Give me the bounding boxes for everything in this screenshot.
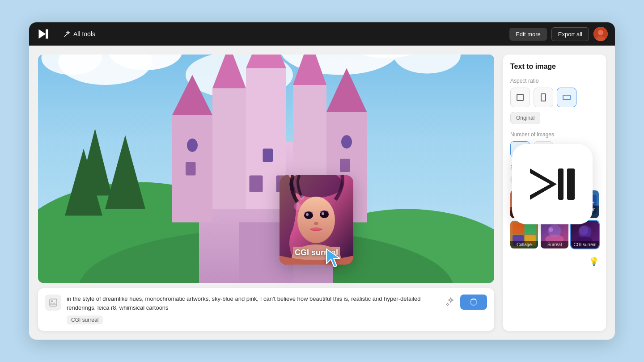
svg-rect-61 — [513, 223, 524, 234]
prompt-tag[interactable]: CGI surreal — [67, 316, 103, 324]
svg-point-78 — [306, 213, 309, 216]
num-images-label: Number of images — [510, 131, 599, 138]
prompt-actions — [446, 295, 487, 310]
loading-spinner — [470, 299, 477, 306]
style-collage-label: Collage — [510, 241, 538, 248]
style-cgisurreal[interactable]: CGI surreal — [571, 221, 599, 248]
main-content: in the style of dreamlike hues, monochro… — [29, 46, 615, 340]
svg-marker-0 — [39, 29, 46, 39]
panel-title: Text to image — [510, 63, 599, 71]
magic-enhance-button[interactable] — [446, 297, 456, 308]
aspect-landscape-button[interactable] — [557, 88, 576, 107]
lightbulb-icon[interactable]: 💡 — [589, 257, 599, 266]
app-window: All tools Edit more Export all — [29, 22, 615, 340]
svg-point-80 — [314, 222, 318, 225]
svg-rect-47 — [517, 94, 523, 101]
capcut-big-logo — [525, 164, 579, 204]
capcut-logo-popup — [512, 144, 593, 224]
canvas-image — [38, 55, 494, 283]
capcut-logo — [36, 27, 51, 41]
style-surreal[interactable]: Surreal — [541, 221, 568, 248]
all-tools-label[interactable]: All tools — [64, 30, 95, 38]
style-surreal-label: Surreal — [541, 241, 568, 248]
svg-point-83 — [300, 195, 304, 200]
prompt-text: in the style of dreamlike hues, monochro… — [67, 295, 441, 312]
landscape-icon — [563, 93, 571, 101]
svg-rect-85 — [567, 168, 575, 200]
avatar[interactable] — [593, 27, 608, 41]
style-cgisurreal-label: CGI surreal — [571, 241, 599, 248]
svg-rect-38 — [186, 162, 196, 176]
canvas-area: in the style of dreamlike hues, monochro… — [38, 55, 494, 331]
export-all-button[interactable]: Export all — [551, 27, 589, 41]
svg-rect-35 — [250, 176, 263, 193]
cursor-pointer — [324, 247, 344, 271]
tools-text: All tools — [73, 30, 95, 38]
square-icon — [516, 93, 524, 101]
svg-rect-62 — [525, 223, 536, 234]
svg-point-76 — [304, 212, 313, 219]
svg-point-40 — [187, 139, 198, 152]
svg-point-67 — [549, 227, 553, 232]
topbar-actions: Edit more Export all — [509, 27, 608, 41]
image-icon — [49, 298, 58, 307]
svg-rect-37 — [263, 149, 273, 162]
edit-more-button[interactable]: Edit more — [509, 28, 547, 41]
svg-rect-1 — [46, 29, 48, 39]
svg-marker-33 — [246, 55, 286, 68]
prompt-icon — [45, 295, 61, 311]
topbar: All tools Edit more Export all — [29, 22, 615, 46]
svg-point-79 — [322, 212, 324, 215]
svg-point-3 — [598, 30, 603, 35]
sparkle-icon — [446, 297, 456, 307]
style-collage[interactable]: Collage — [510, 221, 538, 248]
svg-rect-48 — [541, 94, 546, 101]
aspect-ratio-label: Aspect ratio — [510, 78, 599, 84]
svg-point-77 — [320, 211, 329, 218]
prompt-bar: in the style of dreamlike hues, monochro… — [38, 288, 494, 331]
svg-point-75 — [297, 197, 335, 243]
aspect-square-button[interactable] — [510, 88, 530, 107]
svg-rect-39 — [340, 159, 350, 172]
original-button[interactable]: Original — [510, 112, 540, 124]
svg-point-46 — [51, 300, 53, 302]
generate-button[interactable] — [460, 295, 487, 310]
svg-point-81 — [311, 227, 322, 231]
magic-tools-icon — [64, 30, 71, 38]
portrait-icon — [539, 93, 547, 101]
aspect-portrait-button[interactable] — [534, 88, 553, 107]
svg-rect-84 — [558, 168, 564, 200]
svg-point-69 — [579, 226, 589, 235]
topbar-divider — [57, 29, 57, 39]
aspect-ratio-group — [510, 88, 599, 107]
prompt-content: in the style of dreamlike hues, monochro… — [67, 295, 441, 324]
panel-footer: 💡 — [510, 254, 599, 266]
svg-point-82 — [294, 203, 301, 210]
svg-rect-49 — [563, 95, 570, 100]
svg-rect-26 — [212, 88, 246, 209]
svg-point-41 — [341, 135, 352, 149]
